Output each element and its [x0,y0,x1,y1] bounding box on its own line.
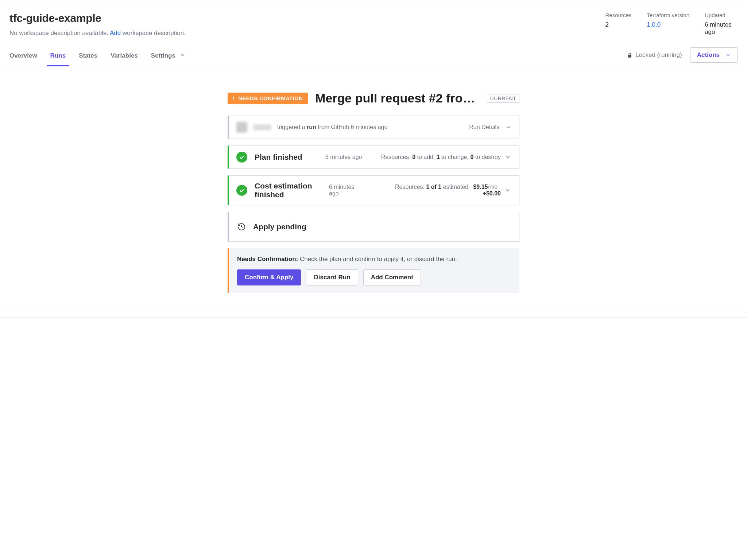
workspace-meta: Resources 2 Terraform version 1.0.0 Upda… [605,12,738,36]
cost-card[interactable]: Cost estimation finished 6 minutes ago R… [228,175,519,205]
add-comment-button[interactable]: Add Comment [363,269,421,285]
apply-card: Apply pending [228,212,519,242]
resources-value: 2 [605,21,632,28]
updated-label: Updated [705,12,738,18]
username-redacted [253,124,271,130]
add-description-link[interactable]: Add [110,30,121,36]
chevron-down-icon[interactable] [504,154,512,160]
run-title: Merge pull request #2 from … [315,91,480,105]
locked-text: Locked (running) [635,51,682,59]
tab-settings-label: Settings [151,52,175,59]
plan-summary: Resources: 0 to add, 1 to change, 0 to d… [375,154,501,160]
check-icon [236,185,247,196]
chevron-down-icon [725,52,731,58]
workspace-title: tfc-guide-example [9,12,186,24]
tab-settings[interactable]: Settings [151,47,185,66]
plan-title: Plan finished [255,153,320,162]
run-content: ! NEEDS CONFIRMATION Merge pull request … [224,91,523,304]
updated-value: 6 minutes ago [705,21,738,36]
locked-status: Locked (running) [627,51,682,59]
plan-card[interactable]: Plan finished 6 minutes ago Resources: 0… [228,145,519,169]
apply-title: Apply pending [253,222,306,231]
chevron-down-icon[interactable] [504,187,512,194]
cost-time: 6 minutes ago [329,184,360,197]
workspace-tabs: Overview Runs States Variables Settings [9,47,185,66]
tab-variables[interactable]: Variables [111,47,138,66]
workspace-description: No workspace description available. Add … [9,30,186,37]
chevron-down-icon[interactable] [505,124,512,131]
lock-icon [627,52,632,58]
actions-button[interactable]: Actions [690,47,738,63]
run-trigger-card[interactable]: triggered a run from GitHub 6 minutes ag… [228,116,519,139]
terraform-version-label: Terraform version [647,12,689,18]
pending-icon [236,222,247,232]
terraform-version-link[interactable]: 1.0.0 [647,21,689,28]
workspace-header: tfc-guide-example No workspace descripti… [0,0,747,37]
resources-label: Resources [605,12,632,18]
alert-icon: ! [233,95,235,101]
avatar [236,122,247,133]
confirm-text: Needs Confirmation: Check the plan and c… [237,256,511,263]
trigger-text: triggered a run from GitHub 6 minutes ag… [277,124,463,131]
current-badge: CURRENT [487,94,519,103]
confirm-panel: Needs Confirmation: Check the plan and c… [228,248,519,293]
needs-confirmation-badge: ! NEEDS CONFIRMATION [228,93,308,104]
check-icon [236,152,247,163]
actions-label: Actions [697,51,720,59]
tab-runs[interactable]: Runs [50,47,66,66]
desc-prefix: No workspace description available. [9,30,110,36]
desc-suffix: workspace description. [121,30,186,36]
confirm-apply-button[interactable]: Confirm & Apply [237,269,301,285]
cost-title: Cost estimation finished [255,182,324,199]
tab-overview[interactable]: Overview [9,47,37,66]
run-details-label: Run Details [469,124,499,131]
tab-states[interactable]: States [79,47,97,66]
discard-run-button[interactable]: Discard Run [306,269,358,285]
chevron-down-icon [180,52,185,59]
needs-confirmation-text: NEEDS CONFIRMATION [238,95,303,101]
plan-time: 6 minutes ago [325,154,371,160]
cost-summary: Resources: 1 of 1 estimated · $9.15/mo ·… [364,184,501,197]
